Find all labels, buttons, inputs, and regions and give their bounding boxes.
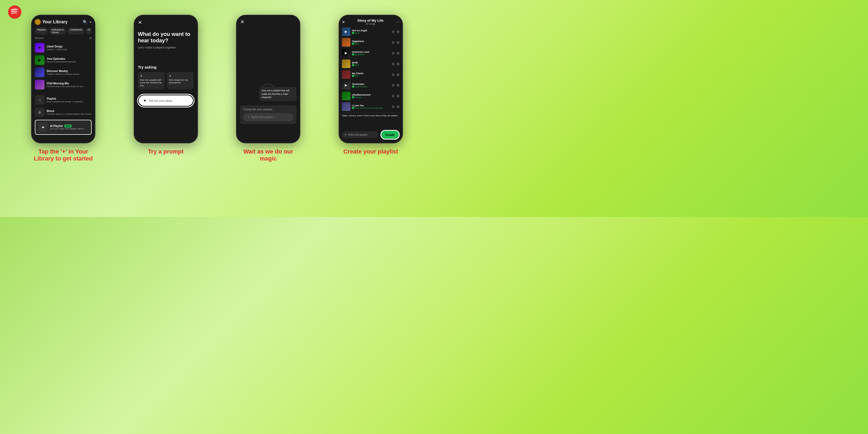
track-artist: Sarz xyxy=(352,42,390,45)
phone-section-4: ✕ Story of My Life 30 songs ⋯ ▶ Not An A… xyxy=(323,15,418,155)
filter-tabs: Playlists Podcasts & Shows Audiobooks Al… xyxy=(35,28,92,35)
track-thumbnail xyxy=(342,38,350,46)
track-name: Terminator xyxy=(352,83,390,86)
item-name: Liked Songs xyxy=(46,45,92,48)
playlist-title: Story of My Life xyxy=(358,19,384,23)
ai-playlist-icon: ✦ xyxy=(38,122,48,132)
add-icon[interactable]: ⊕ xyxy=(397,104,400,109)
refine-input[interactable]: ✦ Refine this playlist xyxy=(342,131,378,138)
close-button-3[interactable]: ✕ xyxy=(240,19,296,25)
playlist-icon: ♫ xyxy=(35,95,44,105)
ai-message: Lights, camera, action: Here's your Stor… xyxy=(342,113,400,118)
song-count: 30 songs xyxy=(358,23,384,25)
table-row[interactable]: ▶ American Love Qing Madi ⊖⊕ xyxy=(342,48,400,58)
suggestion-card-2[interactable]: ✦ New songs from my favourite bar xyxy=(167,72,194,89)
spark-refine-icon: ✦ xyxy=(344,133,347,136)
item-sub: Chill Morning music picked just for you xyxy=(46,85,92,88)
ai-playlist-name: AI Playlist xyxy=(50,125,63,127)
remove-icon[interactable]: ⊖ xyxy=(392,104,395,109)
ideas-input[interactable]: ✦ Tell me your ideas xyxy=(138,95,194,106)
add-icon[interactable]: ⊕ xyxy=(397,72,400,76)
refine-button[interactable]: ✦ Refine this playlist xyxy=(243,113,293,121)
remove-icon[interactable]: ⊖ xyxy=(392,40,395,44)
library-title: Your Library xyxy=(35,19,67,25)
add-icon[interactable]: ⊕ xyxy=(397,83,400,87)
spotify-logo xyxy=(8,5,22,19)
item-name: Blend xyxy=(46,110,92,113)
item-name: Playlist xyxy=(46,97,92,100)
tuning-box: Tuning into your request... ✦ Refine thi… xyxy=(240,105,297,124)
item-name: Your Episodes xyxy=(46,57,92,60)
track-name: Ma Cherie xyxy=(352,72,390,75)
filter-playlists[interactable]: Playlists xyxy=(35,28,48,35)
episodes-icon: ▶ xyxy=(35,55,44,65)
table-row[interactable]: ▶ Not An Angel Tems ⊖⊕ xyxy=(342,26,400,37)
spark-icon: ✦ xyxy=(140,74,163,78)
add-icon[interactable]: ⊕ xyxy=(397,51,400,55)
chill-icon xyxy=(35,80,44,90)
table-row[interactable]: BOW MFS ⊖⊕ xyxy=(342,58,400,69)
prompt-text: Give me a playlist that will make me fee… xyxy=(259,87,297,101)
ai-playlist-item[interactable]: ✦ AI Playlist BETA Turn your ideas into … xyxy=(35,120,92,135)
item-sub: Saved & downloaded episodes xyxy=(46,61,92,63)
track-thumbnail: ▶ xyxy=(342,49,350,57)
track-artist: Tems xyxy=(352,32,390,34)
remove-icon[interactable]: ⊖ xyxy=(392,29,395,34)
avatar xyxy=(35,19,41,25)
track-thumbnail: ▶ xyxy=(342,81,350,90)
refine-label: Refine this playlist xyxy=(251,116,273,119)
table-row[interactable]: ▶ Terminator King Promise ⊖⊕ xyxy=(342,80,400,91)
phone-4: ✕ Story of My Life 30 songs ⋯ ▶ Not An A… xyxy=(339,15,403,143)
list-item: ♫ Playlist Build a playlist with songs, … xyxy=(35,94,92,106)
table-row[interactable]: Ma Cherie Bien ⊖⊕ xyxy=(342,69,400,80)
track-name: Not An Angel xyxy=(352,29,390,32)
dots-menu-icon[interactable]: ⋯ xyxy=(396,20,400,24)
suggestion-text-2: New songs from my favourite bar xyxy=(169,79,188,84)
caption-4: Create your playlist xyxy=(343,148,398,155)
spark-input-icon: ✦ xyxy=(143,98,147,103)
filter-all[interactable]: All xyxy=(86,28,92,35)
remove-icon[interactable]: ⊖ xyxy=(392,51,395,55)
track-name: I Love You xyxy=(352,104,390,107)
track-list: ▶ Not An Angel Tems ⊖⊕ Happiness Sarz xyxy=(342,26,400,112)
grid-icon[interactable]: ⊞ xyxy=(90,37,92,39)
phone-section-3: ✕ ✦ Give me a playlist that will make me… xyxy=(221,15,316,162)
remove-icon[interactable]: ⊖ xyxy=(392,72,395,76)
phone-3: ✕ ✦ Give me a playlist that will make me… xyxy=(236,15,300,143)
suggestion-text: Give me a playlist with some 90s Swedish… xyxy=(140,79,161,87)
add-icon[interactable]: ⊕ xyxy=(397,94,400,98)
add-icon[interactable]: ⊕ xyxy=(397,40,400,44)
add-button[interactable]: + xyxy=(90,20,92,24)
track-artist: MFS xyxy=(352,64,390,66)
table-row[interactable]: Ultrafluorescent Oshwa ⊖⊕ xyxy=(342,91,400,101)
table-row[interactable]: I Love You Teen Jesus and the Jean Tea..… xyxy=(342,101,400,112)
phone-section-1: Your Library 🔍 + Playlists Podcasts & Sh… xyxy=(16,15,111,162)
create-button[interactable]: Create xyxy=(380,130,400,140)
track-artist: Qing Madi xyxy=(352,53,390,56)
track-artist: Bien xyxy=(352,75,390,77)
close-button[interactable]: ✕ xyxy=(138,20,194,26)
table-row[interactable]: Happiness Sarz ⊖⊕ xyxy=(342,37,400,48)
remove-icon[interactable]: ⊖ xyxy=(392,62,395,66)
track-name: Ultrafluorescent xyxy=(352,93,390,96)
track-thumbnail xyxy=(342,60,350,68)
add-icon[interactable]: ⊕ xyxy=(397,62,400,66)
list-item: ▶ Your Episodes Saved & downloaded episo… xyxy=(35,54,92,66)
search-icon[interactable]: 🔍 xyxy=(83,20,87,24)
phone-2: ✕ What do you want to hear today? Let's … xyxy=(134,15,198,143)
suggestion-card-1[interactable]: ✦ Give me a playlist with some 90s Swedi… xyxy=(138,72,165,89)
sort-label[interactable]: Recents xyxy=(35,37,44,39)
add-icon[interactable]: ⊕ xyxy=(397,29,400,34)
filter-audiobooks[interactable]: Audiobooks xyxy=(67,28,84,35)
list-item: ⊕ Blend Combine tastes in a shared playl… xyxy=(35,106,92,118)
track-thumbnail: ▶ xyxy=(342,27,350,36)
list-item: ♥ Liked Songs Playlist • 1,338 songs xyxy=(35,41,92,54)
track-name: BOW xyxy=(352,61,390,64)
close-button-4[interactable]: ✕ xyxy=(342,20,345,24)
filter-podcasts[interactable]: Podcasts & Shows xyxy=(49,28,66,35)
bottom-bar: ✦ Refine this playlist Create xyxy=(342,130,400,140)
blend-icon: ⊕ xyxy=(35,107,44,117)
remove-icon[interactable]: ⊖ xyxy=(392,94,395,98)
item-name: Chill Morning Mix xyxy=(46,82,92,85)
remove-icon[interactable]: ⊖ xyxy=(392,83,395,87)
